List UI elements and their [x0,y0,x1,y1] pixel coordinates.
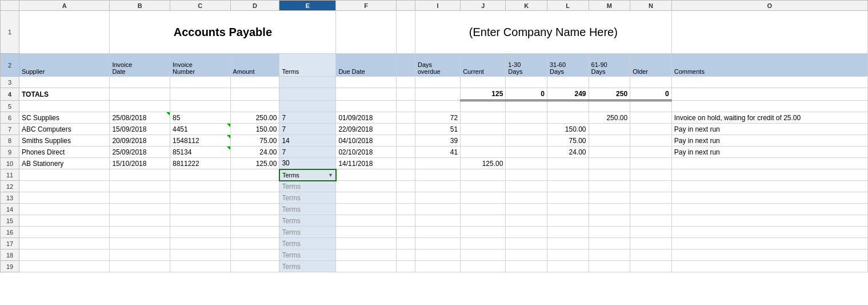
cell-b14[interactable] [110,204,170,215]
terms-cell-13[interactable]: Terms [279,192,336,204]
col-header-n[interactable]: N [630,1,672,11]
col-header-l[interactable]: L [547,1,589,11]
cell-f12[interactable] [336,181,397,192]
terms-cell-12[interactable]: Terms [279,181,336,192]
cell-f14[interactable] [336,204,397,215]
cell-c11[interactable] [170,169,230,181]
cell-c15[interactable] [170,215,230,227]
cell-n14[interactable] [630,204,672,215]
61-90-6[interactable]: 250.00 [589,112,630,124]
cell-f11[interactable] [336,169,397,181]
cell-k14[interactable] [506,204,547,215]
col-header-f[interactable]: F [336,1,397,11]
cell-l19[interactable] [547,261,589,272]
61-90-10[interactable] [589,158,630,169]
cell-o4[interactable] [671,88,867,101]
cell-a18[interactable] [19,249,110,261]
cell-a5[interactable] [19,101,110,112]
cell-m16[interactable] [589,227,630,238]
cell-b4[interactable] [110,88,170,101]
cell-n15[interactable] [630,215,672,227]
cell-o14[interactable] [671,204,867,215]
cell-o11[interactable] [671,169,867,181]
invoice-number-7[interactable]: 4451 [170,124,230,135]
cell-a12[interactable] [19,181,110,192]
cell-a1[interactable] [19,11,110,54]
cell-j16[interactable] [461,227,506,238]
cell-c4[interactable] [170,88,230,101]
cell-i19[interactable] [415,261,460,272]
1-30-9[interactable] [506,146,547,158]
invoice-date-10[interactable]: 15/10/2018 [110,158,170,169]
cell-e5[interactable] [279,101,336,112]
supplier-8[interactable]: Smiths Supplies [19,135,110,146]
older-10[interactable] [630,158,672,169]
cell-i3[interactable] [415,77,460,88]
cell-j13[interactable] [461,192,506,204]
terms-cell-19[interactable]: Terms [279,261,336,272]
cell-c16[interactable] [170,227,230,238]
cell-f13[interactable] [336,192,397,204]
cell-k3[interactable] [506,77,547,88]
cell-d12[interactable] [230,181,279,192]
terms-cell-18[interactable]: Terms [279,249,336,261]
due-date-10[interactable]: 14/11/2018 [336,158,397,169]
terms-7[interactable]: 7 [279,124,336,135]
cell-i18[interactable] [415,249,460,261]
cell-m12[interactable] [589,181,630,192]
cell-i14[interactable] [415,204,460,215]
cell-j15[interactable] [461,215,506,227]
cell-a16[interactable] [19,227,110,238]
supplier-9[interactable]: Phones Direct [19,146,110,158]
cell-j19[interactable] [461,261,506,272]
invoice-date-9[interactable]: 25/09/2018 [110,146,170,158]
cell-d14[interactable] [230,204,279,215]
cell-i5[interactable] [415,101,460,112]
cell-k13[interactable] [506,192,547,204]
cell-l12[interactable] [547,181,589,192]
invoice-number-8[interactable]: 1548112 [170,135,230,146]
cell-c18[interactable] [170,249,230,261]
cell-l15[interactable] [547,215,589,227]
cell-i16[interactable] [415,227,460,238]
31-60-8[interactable]: 75.00 [547,135,589,146]
invoice-date-6[interactable]: 25/08/2018 [110,112,170,124]
invoice-number-10[interactable]: 8811222 [170,158,230,169]
cell-k17[interactable] [506,238,547,249]
cell-b18[interactable] [110,249,170,261]
dropdown-arrow-icon[interactable]: ▼ [328,172,333,178]
cell-b13[interactable] [110,192,170,204]
cell-o5[interactable] [671,101,867,112]
cell-b3[interactable] [110,77,170,88]
cell-f17[interactable] [336,238,397,249]
terms-cell-14[interactable]: Terms [279,204,336,215]
current-8[interactable] [461,135,506,146]
cell-n13[interactable] [630,192,672,204]
cell-i12[interactable] [415,181,460,192]
cell-k19[interactable] [506,261,547,272]
cell-n17[interactable] [630,238,672,249]
1-30-7[interactable] [506,124,547,135]
1-30-6[interactable] [506,112,547,124]
cell-i11[interactable] [415,169,460,181]
cell-b15[interactable] [110,215,170,227]
cell-b12[interactable] [110,181,170,192]
cell-n12[interactable] [630,181,672,192]
current-9[interactable] [461,146,506,158]
active-cell-e11[interactable]: Terms ▼ [279,169,336,181]
cell-l11[interactable] [547,169,589,181]
amount-7[interactable]: 150.00 [230,124,279,135]
cell-d17[interactable] [230,238,279,249]
cell-a11[interactable] [19,169,110,181]
cell-o17[interactable] [671,238,867,249]
amount-9[interactable]: 24.00 [230,146,279,158]
61-90-7[interactable] [589,124,630,135]
cell-o16[interactable] [671,227,867,238]
cell-m14[interactable] [589,204,630,215]
days-overdue-9[interactable]: 41 [415,146,460,158]
cell-c3[interactable] [170,77,230,88]
days-overdue-10[interactable] [415,158,460,169]
supplier-7[interactable]: ABC Computers [19,124,110,135]
col-header-j[interactable]: J [461,1,506,11]
due-date-7[interactable]: 22/09/2018 [336,124,397,135]
